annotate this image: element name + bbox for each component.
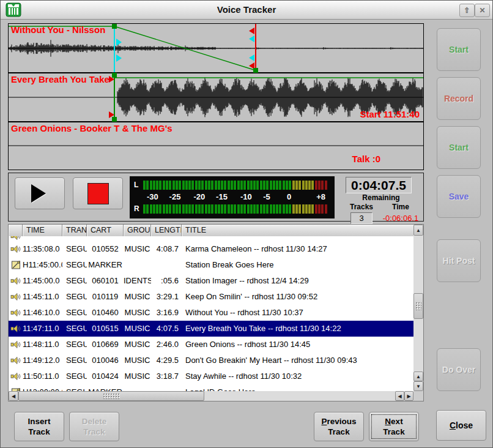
hit-post-button[interactable]: Hit Post [437, 239, 481, 282]
meter-segment [302, 181, 305, 190]
log-row[interactable]: 11:49:12.0SEGUE010046MUSIC4:29.5Don't Go… [9, 353, 413, 368]
elapsed-time-display: 0:04:07.5 [346, 177, 412, 193]
meter-segment [231, 204, 233, 214]
track-display[interactable]: Without You - Nilsson Every Breath You T… [8, 23, 424, 170]
track1-envelope-handle-1[interactable] [112, 24, 117, 29]
meter-segment [156, 204, 158, 214]
track-separator-2 [9, 121, 423, 122]
log-row[interactable]: 11:46:10.0SEGUE010460MUSIC3:16.9Without … [9, 305, 413, 321]
meter-segment [292, 204, 295, 214]
titlebar[interactable]: Voice Tracker ⇧ ✕ [1, 1, 492, 20]
vertical-scrollbar[interactable]: ▲ ▲ ▼ [413, 225, 423, 391]
log-row[interactable]: 11:50:11.0SEGUE010424MUSIC3:18.7Stay Awh… [9, 368, 413, 384]
cell-title: Green Onions -- rdhost 11/30 14:45 [182, 337, 413, 353]
meter-segment [191, 181, 194, 190]
scroll-left-icon[interactable]: ◀ [9, 391, 18, 401]
meter-segment [289, 181, 291, 190]
meter-tick-label: -10 [240, 192, 252, 201]
play-button[interactable] [15, 177, 65, 209]
scroll-up-icon[interactable]: ▲ [413, 225, 423, 236]
remaining-tracks-label: Tracks [342, 203, 381, 211]
start1-button[interactable]: Start [437, 28, 481, 71]
track1-end-handle-1[interactable] [249, 28, 254, 34]
cell-group: MUSIC [124, 241, 151, 257]
hscroll-thumb[interactable] [18, 391, 204, 401]
next-track-button[interactable]: Next Track [369, 412, 419, 441]
track1-cue-handle-4[interactable] [249, 54, 254, 61]
vscroll-trough-bottom[interactable] [413, 319, 423, 371]
track2-envelope-handle-1[interactable] [112, 73, 117, 78]
cell-trans: SEGUE [62, 241, 87, 257]
hit-post-label: Hit Post [443, 256, 475, 266]
meter-segment [143, 204, 146, 214]
previous-track-button[interactable]: Previous Track [314, 412, 364, 441]
track3-talk-counter: Talk :0 [352, 154, 380, 164]
meter-segment [185, 204, 188, 214]
log-row[interactable] [9, 236, 413, 241]
previous-track-label2: Track [328, 427, 349, 437]
cell-trans: SEGUE [62, 353, 87, 368]
meter-segment [276, 181, 278, 190]
scroll-down-icon[interactable]: ▼ [413, 381, 423, 391]
close-button[interactable]: Close [436, 410, 486, 441]
vscroll-trough-top[interactable] [413, 236, 423, 293]
cell-time: 11:46:10.0 [23, 305, 62, 321]
log-row[interactable]: H12:00:00.0SEGUEMARKERLegal ID Goes Here [9, 384, 413, 391]
insert-track-label2: Track [28, 427, 50, 437]
stop-button[interactable] [73, 177, 123, 209]
track1-envelope-handle-2[interactable] [253, 68, 258, 73]
meter-segment [231, 181, 233, 190]
cell-title: Stay Awhile -- rdhost 11/30 10:32 [182, 368, 413, 384]
track2-envelope-handle-2[interactable] [112, 117, 117, 122]
scroll-up2-icon[interactable]: ▲ [413, 371, 423, 381]
log-header: TIME TRANS CART GROUP LENGTH TITLE [9, 225, 413, 236]
audio-icon [9, 273, 23, 289]
vu-meter: L -30-25-20-15-10-50+8 R [130, 176, 335, 218]
scroll-left2-icon[interactable]: ◀ [395, 391, 404, 401]
meter-segment [270, 181, 272, 190]
meter-segment [289, 204, 291, 214]
cell-title: Don't Go Breakin' My Heart -- rdhost 11/… [182, 353, 413, 368]
audio-icon [9, 337, 23, 353]
cell-title: Keep On Smilin' -- rdhost 11/30 09:52 [182, 289, 413, 305]
log-row[interactable]: 11:45:00.0SEGUE060101IDENTS:05.6Station … [9, 273, 413, 289]
scroll-right-icon[interactable]: ▶ [404, 391, 413, 401]
cell-cart: 010460 [87, 305, 124, 321]
meter-segment [211, 204, 213, 214]
track1-cue-handle-top[interactable] [116, 39, 122, 46]
insert-track-button[interactable]: Insert Track [14, 412, 64, 441]
meter-segment [247, 204, 250, 214]
cell-cart: 060101 [87, 273, 124, 289]
log-row[interactable]: 11:48:11.0SEGUE010669MUSIC2:46.0Green On… [9, 337, 413, 353]
cell-title: Station Break Goes Here [182, 257, 413, 273]
hscroll-trough[interactable] [204, 391, 395, 401]
track1-cue-handle-bottom[interactable] [116, 54, 122, 62]
meter-segment [172, 181, 175, 190]
cell-cart: 010515 [87, 321, 124, 337]
meter-segment [311, 204, 314, 214]
cell-trans: SEGUE [62, 384, 87, 391]
horizontal-scrollbar[interactable]: ◀ ◀ ▶ [9, 391, 413, 401]
meter-segment [172, 204, 175, 214]
meter-segment [237, 181, 240, 190]
log-row[interactable]: 11:35:08.0SEGUE010552MUSIC4:08.7Karma Ch… [9, 241, 413, 257]
close-window-icon[interactable]: ✕ [475, 4, 490, 17]
cell-time: 11:45:11.0 [23, 289, 62, 305]
cell-cart: 010046 [87, 353, 124, 368]
maximize-icon[interactable]: ⇧ [459, 4, 475, 17]
log-row[interactable]: 11:47:11.0SEGUE010515MUSIC4:07.5Every Br… [9, 321, 413, 337]
vscroll-thumb[interactable] [413, 293, 423, 319]
start2-button[interactable]: Start [437, 126, 481, 169]
record-button[interactable]: Record [437, 77, 481, 120]
meter-segment [270, 204, 272, 214]
log-row[interactable]: H11:45:00.0SEGUEMARKERStation Break Goes… [9, 257, 413, 273]
meter-segment [263, 204, 265, 214]
cell-trans: SEGUE [62, 337, 87, 353]
do-over-button[interactable]: Do Over [437, 348, 481, 391]
save-button[interactable]: Save [437, 175, 481, 218]
track1-cue-handle-3[interactable] [249, 35, 254, 42]
delete-track-button[interactable]: Delete Track [69, 412, 119, 441]
log-row[interactable]: 11:45:11.0SEGUE010119MUSIC3:29.1Keep On … [9, 289, 413, 305]
cell-length: 4:29.5 [151, 353, 182, 368]
meter-segment [256, 181, 259, 190]
